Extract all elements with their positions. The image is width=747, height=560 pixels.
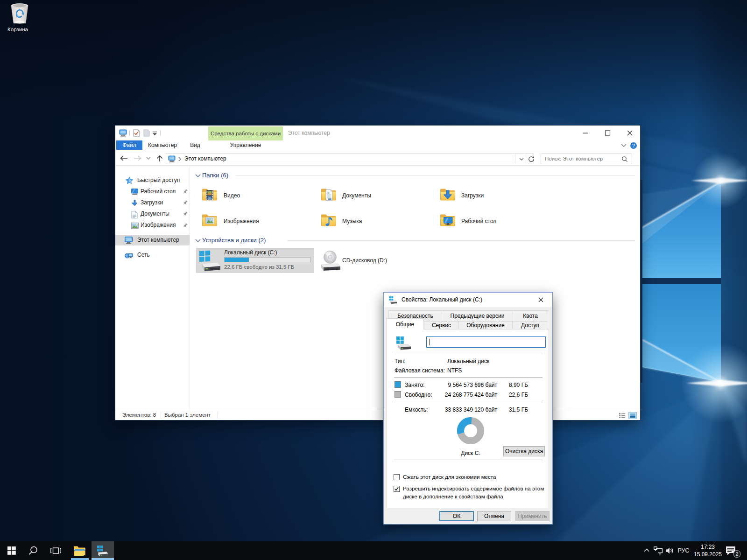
svg-text:?: ? [632, 143, 635, 148]
svg-text:A: A [326, 191, 329, 195]
svg-text:2: 2 [735, 551, 738, 557]
